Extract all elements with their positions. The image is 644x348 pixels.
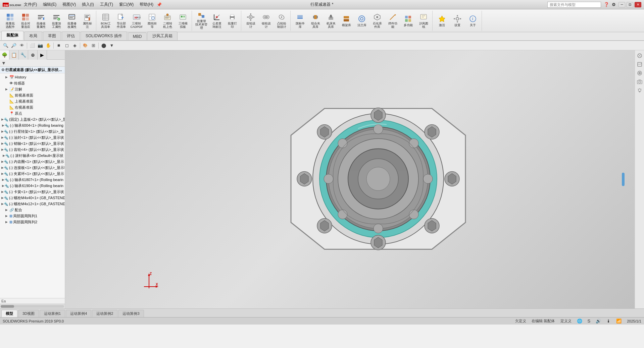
- menu-view[interactable]: 视图(V): [60, 1, 79, 8]
- tb-attr-mark[interactable]: 属性标注: [80, 12, 95, 30]
- view-zoom-in[interactable]: 🔍: [2, 42, 9, 49]
- viewport[interactable]: Z X: [65, 50, 635, 308]
- left-scrollbar[interactable]: [0, 304, 65, 308]
- lp-tab-tree[interactable]: 🌳: [0, 50, 9, 60]
- tree-root[interactable]: ⚙ 行星减速器 (默认<<默认_显示状态-1>): [0, 67, 65, 73]
- tb-drawing[interactable]: 图纸转等: [145, 12, 159, 30]
- tb-petro-lib[interactable]: 石化库件库: [370, 12, 385, 30]
- tree-item-needle-bearing[interactable]: ▶ 🔩 (-) 滚针轴承<6> (Default<显示状: [0, 153, 65, 159]
- tree-container[interactable]: ▶ 📅 History 👁 传感器 ▶ 📝 注解: [0, 73, 65, 298]
- rp-appearance[interactable]: [636, 52, 644, 60]
- tab-sandwind[interactable]: 沙风工具箱: [147, 32, 178, 40]
- tree-item-bearing-61904[interactable]: ▶ 🔩 (-) 轴承61904<1> (Rolling bearin: [0, 183, 65, 189]
- tree-item-clamp-ring[interactable]: ▶ 🔩 (-) 夹紧环<1> (默认<<默认>_显示: [0, 171, 65, 177]
- view-display-mode[interactable]: ⬤: [100, 42, 107, 49]
- view-section[interactable]: ◈: [71, 42, 79, 49]
- view-box-select[interactable]: ⬜: [29, 42, 36, 49]
- view-wireframe[interactable]: ◻: [63, 42, 70, 49]
- view-appearance[interactable]: ⊞: [90, 42, 97, 49]
- tb-bom[interactable]: BOM工具清单: [98, 12, 113, 30]
- tree-item-bearing-61807[interactable]: ▶ 🔩 (-) 轴承61807<1> (Rolling bearin: [0, 177, 65, 183]
- lp-tab-properties[interactable]: 📋: [9, 50, 19, 60]
- tab-sw-plugins[interactable]: SOLIDWORKS 插件: [81, 32, 127, 40]
- tree-item-oil-seal[interactable]: ▶ 🔩 (-) 油封<1> (默认<<默认>_显示状: [0, 134, 65, 140]
- tree-item-pattern-2[interactable]: ▶ ⊞ 局部圆周阵列2: [0, 219, 65, 225]
- rp-scene[interactable]: [636, 60, 644, 68]
- lp-tab-play[interactable]: ▶: [38, 50, 47, 60]
- menu-insert[interactable]: 插入(I): [79, 1, 96, 8]
- left-scrollbar-thumb[interactable]: [1, 305, 14, 308]
- tab-assembly[interactable]: 装配体: [1, 31, 23, 40]
- tb-batch-edit[interactable]: 批修改量属性: [34, 12, 48, 30]
- lp-tab-display[interactable]: ⊕: [28, 50, 38, 60]
- tb-combo-fixture[interactable]: 组合夹具库: [308, 12, 323, 30]
- btm-tab-motion2[interactable]: 运动算例2: [92, 310, 117, 317]
- tree-item-origin[interactable]: 📍 原点: [0, 110, 65, 116]
- tab-mbd[interactable]: MBD: [128, 33, 147, 40]
- tb-activate[interactable]: 激活: [435, 12, 449, 30]
- view-pan[interactable]: ✋: [45, 42, 52, 49]
- tree-item-ring-gear[interactable]: ▶ 🔩 (-) 内齿圈<1> (默认<<默认>_显示: [0, 159, 65, 165]
- minimize-button[interactable]: ─: [618, 2, 625, 7]
- tree-item-front-plane[interactable]: 📐 前视基准面: [0, 92, 65, 98]
- tb-batch-all[interactable]: 批全对量选应: [18, 12, 33, 30]
- rp-cameras[interactable]: [636, 78, 644, 86]
- help-icon[interactable]: ❓: [604, 2, 609, 7]
- tree-item-snap-ring[interactable]: ▶ 🔩 (-) 卡簧<1> (默认<<默认>_显示状: [0, 189, 65, 195]
- tree-item-mate[interactable]: ▶ 🔗 配合: [0, 207, 65, 213]
- view-zoom-out[interactable]: 🔎: [10, 42, 17, 49]
- tb-batch-replace[interactable]: 批量替技术来管理: [194, 12, 209, 30]
- btm-tab-3dview[interactable]: 3D视图: [18, 310, 39, 317]
- view-more[interactable]: ▼: [108, 42, 115, 49]
- tb-settings[interactable]: 设置: [450, 12, 465, 30]
- tb-about[interactable]: i 关于: [465, 12, 480, 30]
- tb-sand-drawing[interactable]: 沙风图纸: [416, 12, 431, 30]
- tb-3d-template[interactable]: 三维模拟板: [176, 12, 190, 30]
- tb-multi-func[interactable]: 多功能: [401, 12, 415, 30]
- tb-batch-select[interactable]: 推量批选配件: [3, 12, 17, 30]
- tree-item-bearing-6004[interactable]: ▶ 🔩 (-) 轴承6004<1> (Rolling bearing: [0, 122, 65, 128]
- tree-item-annotations[interactable]: ▶ 📝 注解: [0, 86, 65, 92]
- tb-batch-add[interactable]: + 批量加工属性: [49, 12, 64, 30]
- menu-tools[interactable]: 工具(T): [97, 1, 116, 8]
- btm-tab-motion3[interactable]: 运动算例3: [118, 310, 144, 317]
- rp-lights[interactable]: [636, 86, 644, 95]
- tb-export[interactable]: 导出部件清单: [114, 12, 129, 30]
- tb-2d-color[interactable]: 二维转机上色: [160, 12, 175, 30]
- menu-edit[interactable]: 编辑(E): [40, 1, 59, 8]
- menu-file[interactable]: 文件(F): [21, 1, 40, 8]
- tb-3d-to-cad[interactable]: 3DPDF 三维转CADPDF: [129, 12, 144, 30]
- tb-weld[interactable]: 焊件功能: [385, 12, 400, 30]
- btm-tab-motion1[interactable]: 运动算例1: [40, 310, 65, 317]
- tb-batch-print[interactable]: 批量打印: [225, 12, 240, 30]
- tree-item-sensor[interactable]: 👁 传感器: [0, 80, 65, 86]
- tree-item-pin[interactable]: ▶ 🔩 (-) 销轴<1> (默认<<默认>_显示状: [0, 140, 65, 147]
- tree-item-pattern-1[interactable]: ▶ ⊞ 局部圆周阵列1: [0, 213, 65, 219]
- restore-button[interactable]: ⊡: [627, 2, 633, 7]
- menu-window[interactable]: 窗口(W): [116, 1, 136, 8]
- tree-item-top-cover[interactable]: ▶ 🔩 (固定) 上盖板<2> (默认<<默认>_显: [0, 116, 65, 122]
- rp-decals[interactable]: [636, 69, 644, 77]
- tree-item-bolt-m4x40[interactable]: ▶ 🔩 (-) 螺栓M4x40<1> (GB_FASTENER: [0, 195, 65, 201]
- tree-item-top-plane[interactable]: 📐 上视基准面: [0, 98, 65, 104]
- tree-item-connect-plate[interactable]: ▶ 🔩 (-) 连接板<1> (默认<<默认>_显示状: [0, 165, 65, 171]
- view-colors[interactable]: 🎨: [82, 42, 89, 49]
- btm-tab-motion4[interactable]: 运动算例4: [66, 310, 91, 317]
- menu-help[interactable]: 帮助(H): [137, 1, 156, 8]
- tb-standard-lib[interactable]: 国标件库: [293, 12, 307, 30]
- scroll-handle[interactable]: [622, 173, 625, 186]
- search-input[interactable]: [547, 2, 601, 8]
- menu-pin[interactable]: 📌: [157, 1, 162, 8]
- tb-chain-design[interactable]: 链轮设计: [259, 12, 274, 30]
- tree-item-planet-carrier[interactable]: ▶ 🔩 (-) 行星转架<1> (默认<<默认>_显: [0, 128, 65, 134]
- view-camera[interactable]: 📷: [37, 42, 44, 49]
- view-solid[interactable]: ◾: [55, 42, 62, 49]
- close-button[interactable]: ✕: [635, 2, 641, 7]
- tb-gear-design[interactable]: 齿轮设计: [243, 12, 258, 30]
- tb-flange-lib[interactable]: 法兰库: [354, 12, 369, 30]
- tree-item-history[interactable]: ▶ 📅 History: [0, 74, 65, 80]
- tab-evaluate[interactable]: 评估: [62, 32, 80, 40]
- tab-sketch[interactable]: 草图: [43, 32, 61, 40]
- tree-item-bolt-m4x12[interactable]: ▶ 🔩 (-) 螺栓M4x12<1> (GB_FASTENER: [0, 201, 65, 207]
- tree-item-gear[interactable]: ▶ 🔩 (-) 齿轮<4> (默认<<默认>_显示状: [0, 147, 65, 153]
